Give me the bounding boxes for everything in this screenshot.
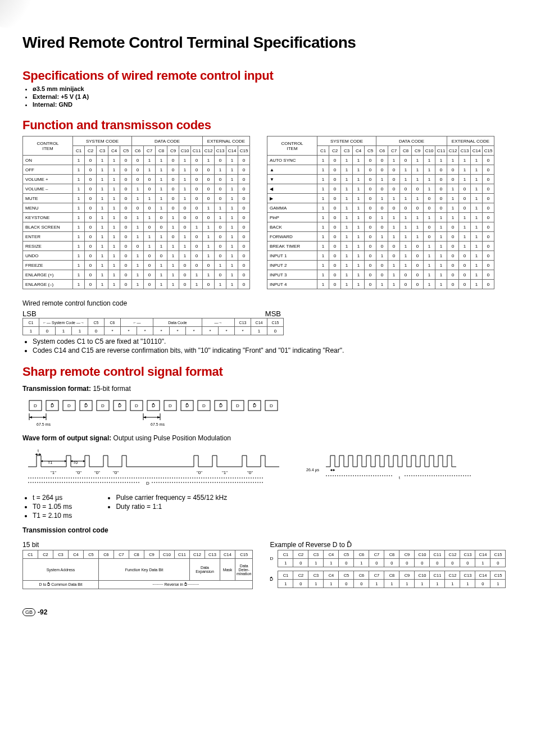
tcc-table: C1C2C3C4C5C6C7C8C9C10C11C12C13C14C15Syst…	[22, 550, 253, 589]
svg-text:D: D	[34, 403, 37, 408]
tcc-15bit: 15 bit	[22, 541, 253, 549]
msb-label: MSB	[265, 309, 281, 318]
lsb-label: LSB	[22, 309, 37, 318]
svg-text:"1": "1"	[222, 470, 228, 475]
svg-text:D: D	[135, 403, 138, 408]
svg-text:D: D	[67, 403, 71, 408]
table-row-item: ◀	[267, 184, 317, 194]
table-row-item: FREEZE	[23, 261, 73, 270]
param: T0 = 1.05 ms	[33, 503, 72, 511]
param: t = 264 µs	[33, 494, 72, 502]
svg-text:D: D	[169, 403, 172, 408]
svg-text:D̄: D̄	[253, 403, 256, 408]
table-row-item: ENLARGE (+)	[23, 270, 73, 280]
spec-bullet: External: +5 V (1 A)	[33, 93, 514, 100]
gb-badge: GB	[22, 608, 35, 616]
svg-text:67.5 ms: 67.5 ms	[37, 422, 51, 426]
page-number: -92	[38, 608, 47, 616]
table-row-item: ENTER	[23, 232, 73, 242]
svg-text:"1": "1"	[51, 470, 56, 475]
table-row-item: ▶	[267, 194, 317, 203]
svg-text:"0": "0"	[247, 470, 253, 475]
svg-text:D̄: D̄	[152, 403, 155, 408]
svg-text:D: D	[146, 481, 149, 486]
table-row-item: INPUT 2	[267, 261, 317, 270]
table-row-item: FORWARD	[267, 232, 317, 242]
param: Pulse carrier frequency = 455/12 kHz	[116, 494, 227, 502]
bit-row-table: C1←— System Code —→C5C6←—Data Code—→C13C…	[22, 318, 284, 335]
table-row-item: UNDO	[23, 251, 73, 261]
svg-text:67.5 ms: 67.5 ms	[151, 422, 165, 426]
param: Duty ratio = 1:1	[116, 503, 227, 511]
table-row-item: RESIZE	[23, 242, 73, 251]
svg-text:D̄: D̄	[219, 403, 222, 408]
table-row-item: ON	[23, 156, 73, 165]
svg-text:D̄: D̄	[51, 403, 54, 408]
table-row-item: GAMMA	[267, 203, 317, 213]
code-table: CONTROLITEMSYSTEM CODEDATA CODEEXTERNAL …	[267, 136, 494, 289]
svg-text:D: D	[202, 403, 206, 408]
table-row-item: VOLUME –	[23, 184, 73, 194]
table-row-item: AUTO SYNC	[267, 156, 317, 165]
trans-format-label: Transmission format:	[22, 385, 91, 393]
tcc-heading: Transmission control code	[22, 526, 108, 534]
table-row-item: MUTE	[23, 194, 73, 203]
svg-text:26.4 µs: 26.4 µs	[306, 468, 320, 472]
table-row-item: INPUT 4	[267, 280, 317, 289]
svg-text:D̄: D̄	[118, 403, 121, 408]
table-row-item: BREAK TIMER	[267, 242, 317, 251]
trans-format-val: 15-bit format	[93, 385, 130, 393]
svg-text:"0": "0"	[113, 470, 119, 475]
wave-val: Output using Pulse Position Modulation	[113, 434, 231, 442]
func-heading: Function and transmisson codes	[22, 118, 514, 133]
spec-heading: Specifications of wired remote control i…	[22, 69, 514, 83]
spec-bullet: ø3.5 mm minijack	[33, 85, 514, 92]
table-row-item: BACK	[267, 222, 317, 232]
table-row-item: KEYSTONE	[23, 213, 73, 222]
table-row-item: MENU	[23, 203, 73, 213]
params-right: Pulse carrier frequency = 455/12 kHz Dut…	[106, 493, 227, 521]
waveform-diagram: t T1 T0 "1" "0" "0" "0" "0" "1" "0" D 26…	[22, 444, 511, 489]
table-row-item: INPUT 1	[267, 251, 317, 261]
svg-text:D: D	[236, 403, 239, 408]
func-code-label: Wired remote control function code	[22, 299, 514, 307]
table-row-item: ENLARGE (–)	[23, 280, 73, 289]
svg-text:D̄: D̄	[185, 403, 189, 408]
transmission-format-diagram: DD̄DD̄DD̄DD̄DD̄DD̄DD̄D 67.5 ms 67.5 ms	[22, 395, 287, 429]
svg-text:D̄: D̄	[84, 403, 88, 408]
table-row-item: PinP	[267, 213, 317, 222]
spec-bullet: Internal: GND	[33, 101, 514, 108]
page-title: Wired Remote Control Terminal Specificat…	[22, 34, 514, 52]
param: T1 = 2.10 ms	[33, 512, 72, 520]
svg-text:t: t	[399, 476, 400, 480]
table-row-item: VOLUME +	[23, 175, 73, 184]
wave-label: Wave form of output signal:	[22, 434, 111, 442]
svg-text:t: t	[38, 449, 39, 453]
table-row-item: INPUT 3	[267, 270, 317, 280]
svg-text:"0": "0"	[94, 470, 100, 475]
example-label: Example of Reverse D to D̄	[270, 541, 506, 549]
spec-bullets: ø3.5 mm minijack External: +5 V (1 A) In…	[22, 85, 514, 108]
svg-text:"0": "0"	[197, 470, 202, 475]
table-row-item: ▼	[267, 175, 317, 184]
table-row-item: ▲	[267, 165, 317, 175]
svg-text:"0": "0"	[76, 470, 81, 475]
bitrow-note: System codes C1 to C5 are fixed at "1011…	[33, 338, 514, 345]
params-left: t = 264 µs T0 = 1.05 ms T1 = 2.10 ms	[22, 493, 72, 521]
table-row-item: BLACK SCREEN	[23, 222, 73, 232]
table-row-item: OFF	[23, 165, 73, 175]
svg-text:D: D	[101, 403, 105, 408]
svg-text:D: D	[270, 403, 273, 408]
signal-heading: Sharp remote control signal format	[22, 365, 514, 379]
bitrow-note: Codes C14 and C15 are reverse confirmati…	[33, 347, 514, 354]
code-table: CONTROLITEMSYSTEM CODEDATA CODEEXTERNAL …	[22, 136, 250, 289]
